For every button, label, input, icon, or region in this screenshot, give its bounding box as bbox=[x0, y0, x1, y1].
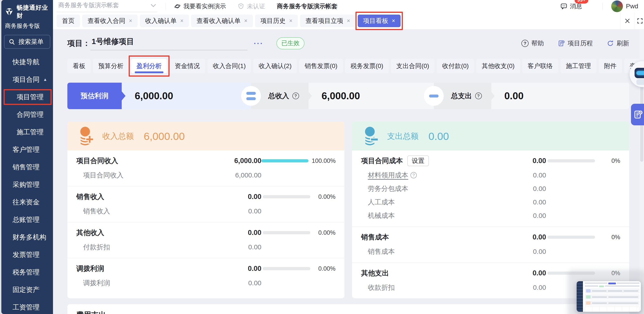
progress-track bbox=[263, 195, 310, 198]
tab-close-icon[interactable]: × bbox=[347, 18, 350, 24]
sidebar: 畅捷通好业财 商务服务专版 搜索菜单 快捷导航项目合同▲项目管理合同管理施工管理… bbox=[1, 0, 53, 314]
content-area: 项目： 1号维修项目 ··· 已生效 ? 帮助 bbox=[53, 29, 644, 314]
sidebar-item-sales-management[interactable]: 销售管理 bbox=[1, 158, 53, 176]
sidebar-item-tax-management[interactable]: 税务管理 bbox=[1, 264, 53, 281]
sidebar-item-label: 税务管理 bbox=[12, 268, 40, 277]
tab-project-history[interactable]: 项目历史× bbox=[255, 14, 298, 27]
project-history-fab[interactable] bbox=[631, 104, 644, 125]
detail-row: 项目合同收入6,000.00 bbox=[67, 168, 344, 182]
help-button[interactable]: ? 帮助 bbox=[522, 39, 544, 48]
subtab-tax-invoice[interactable]: 税务发票(0) bbox=[345, 59, 389, 73]
category-row: 调拨利润0.000.00% bbox=[67, 261, 344, 276]
subtab-income-confirm[interactable]: 收入确认(2) bbox=[253, 59, 297, 73]
panel-group: 项目合同收入6,000.00100.00%项目合同收入6,000.00 bbox=[67, 150, 344, 186]
subtab-sales-invoice[interactable]: 销售发票(0) bbox=[299, 59, 343, 73]
close-tabs-button[interactable] bbox=[620, 12, 634, 29]
tab-view-income-confirm-doc[interactable]: 查看收入确认单× bbox=[191, 14, 253, 27]
sidebar-item-purchase-management[interactable]: 采购管理 bbox=[1, 176, 53, 194]
more-options-icon[interactable]: ··· bbox=[254, 39, 264, 48]
subtab-payments[interactable]: 收付款(0) bbox=[437, 59, 474, 73]
detail-value: 0.00 bbox=[488, 248, 546, 256]
income-panel-title: 收入总额 bbox=[102, 131, 134, 142]
category-value: 0.00 bbox=[203, 193, 261, 201]
detail-label: 调拨利润 bbox=[83, 278, 110, 288]
sidebar-item-customer-management[interactable]: 客户管理 bbox=[1, 141, 53, 158]
subtab-label: 预算分析 bbox=[98, 62, 124, 70]
project-history-button[interactable]: 项目历程 bbox=[558, 39, 593, 48]
messages-badge: 99+ bbox=[574, 0, 588, 4]
tab-close-icon[interactable]: × bbox=[392, 18, 395, 24]
fullscreen-icon[interactable] bbox=[634, 12, 644, 29]
tab-label: 项目看板 bbox=[363, 16, 388, 25]
income-rows: 项目合同收入6,000.00100.00%项目合同收入6,000.00销售收入0… bbox=[67, 150, 344, 294]
user-menu[interactable]: Pwd bbox=[611, 0, 638, 12]
panel-group: 其他收入0.000.00%付款折扣0.00 bbox=[67, 222, 344, 258]
subtab-expense-contract[interactable]: 支出合同(0) bbox=[391, 59, 434, 73]
demo-example-link[interactable]: 我要看实例演示 bbox=[174, 2, 226, 10]
tab-view-project-setup[interactable]: 查看项目立项× bbox=[300, 14, 356, 27]
tab-label: 首页 bbox=[62, 16, 74, 25]
subtab-budget-analysis[interactable]: 预算分析 bbox=[93, 59, 129, 73]
sidebar-item-label: 项目管理 bbox=[16, 92, 44, 102]
sidebar-item-project-contract[interactable]: 项目合同▲ bbox=[1, 71, 53, 88]
detail-label[interactable]: 材料领用成本 bbox=[368, 171, 408, 180]
tab-view-income-contract[interactable]: 查看收入合同× bbox=[82, 14, 138, 27]
sidebar-item-label: 工资管理 bbox=[12, 303, 40, 312]
subtab-funds-status[interactable]: 资金情况 bbox=[169, 59, 205, 73]
sidebar-item-quick-nav[interactable]: 快捷导航 bbox=[1, 53, 53, 71]
tab-home[interactable]: 首页 bbox=[56, 14, 80, 27]
tab-project-board[interactable]: 项目看板× bbox=[358, 14, 400, 27]
project-select-field[interactable]: 1号维修项目 bbox=[90, 36, 248, 50]
project-header: 项目： 1号维修项目 ··· 已生效 ? 帮助 bbox=[67, 36, 629, 51]
sidebar-item-contract-management[interactable]: 合同管理 bbox=[1, 106, 53, 123]
category-value: 0.00 bbox=[203, 229, 261, 237]
settings-button[interactable]: 设置 bbox=[407, 156, 429, 166]
screen-preview-thumbnail[interactable] bbox=[577, 281, 641, 312]
row-label-cell: 其他收入 bbox=[76, 228, 203, 238]
tab-close-icon[interactable]: × bbox=[129, 18, 132, 24]
sidebar-item-label: 施工管理 bbox=[16, 128, 44, 137]
search-menu-button[interactable]: 搜索菜单 bbox=[4, 35, 50, 49]
sidebar-item-label: 项目合同 bbox=[12, 75, 40, 84]
certification-status[interactable]: 未认证 bbox=[238, 2, 265, 10]
sidebar-item-invoice-management[interactable]: 发票管理 bbox=[1, 246, 53, 264]
sidebar-item-finance-multi-org[interactable]: 财务多机构 bbox=[1, 228, 53, 246]
subtab-construction[interactable]: 施工管理 bbox=[560, 59, 596, 73]
detail-label: 项目合同收入 bbox=[83, 171, 124, 180]
sidebar-item-payroll-management[interactable]: 工资管理 bbox=[1, 298, 53, 314]
subtab-income-contract[interactable]: 收入合同(1) bbox=[208, 59, 251, 73]
expense-fee-section: 费用支出 bbox=[67, 304, 629, 314]
help-icon[interactable]: ? bbox=[475, 92, 482, 99]
category-label: 销售收入 bbox=[76, 192, 104, 202]
sidebar-item-construction-management[interactable]: 施工管理 bbox=[1, 123, 53, 141]
tab-close-icon[interactable]: × bbox=[289, 18, 292, 24]
sidebar-item-label: 销售管理 bbox=[12, 162, 40, 172]
subtab-attachments[interactable]: 附件 bbox=[599, 59, 622, 73]
subtab-profit-analysis[interactable]: 盈利分析 bbox=[131, 59, 167, 73]
subtab-customer-contact[interactable]: 客户联络 bbox=[522, 59, 558, 73]
sidebar-item-general-ledger[interactable]: 总账管理 bbox=[1, 211, 53, 228]
search-icon bbox=[8, 38, 15, 45]
tab-income-confirm-doc[interactable]: 收入确认单× bbox=[140, 14, 189, 27]
detail-row: 销售成本0.00 bbox=[352, 245, 629, 258]
progress-cell: 0.00% bbox=[261, 194, 336, 200]
sidebar-item-project-management[interactable]: 项目管理 bbox=[1, 88, 53, 106]
detail-label: 收款折扣 bbox=[368, 283, 395, 292]
sidebar-item-label: 客户管理 bbox=[12, 145, 40, 154]
panel-group: 销售收入0.000.00%销售收入0.00 bbox=[67, 186, 344, 222]
help-icon[interactable]: ? bbox=[292, 92, 299, 99]
tab-close-icon[interactable]: × bbox=[244, 18, 248, 24]
subtab-other-inout[interactable]: 其他收支(0) bbox=[476, 59, 520, 73]
tab-label: 查看收入确认单 bbox=[196, 16, 240, 25]
subtab-board[interactable]: 看板 bbox=[67, 59, 91, 73]
sidebar-item-current-funds[interactable]: 往来资金 bbox=[1, 194, 53, 211]
refresh-button[interactable]: 刷新 bbox=[607, 39, 629, 48]
messages-button[interactable]: 消息 99+ bbox=[560, 2, 582, 10]
tab-close-icon[interactable]: × bbox=[180, 18, 184, 24]
account-set-select[interactable]: 商务服务专版演示帐套 bbox=[56, 0, 157, 12]
brand-name: 畅捷通好业财 bbox=[16, 4, 51, 20]
sidebar-item-label: 财务多机构 bbox=[12, 233, 46, 242]
help-icon[interactable]: ? bbox=[410, 172, 417, 178]
collapse-arrow-icon: ▲ bbox=[43, 77, 47, 82]
sidebar-item-fixed-assets[interactable]: 固定资产 bbox=[1, 281, 53, 298]
